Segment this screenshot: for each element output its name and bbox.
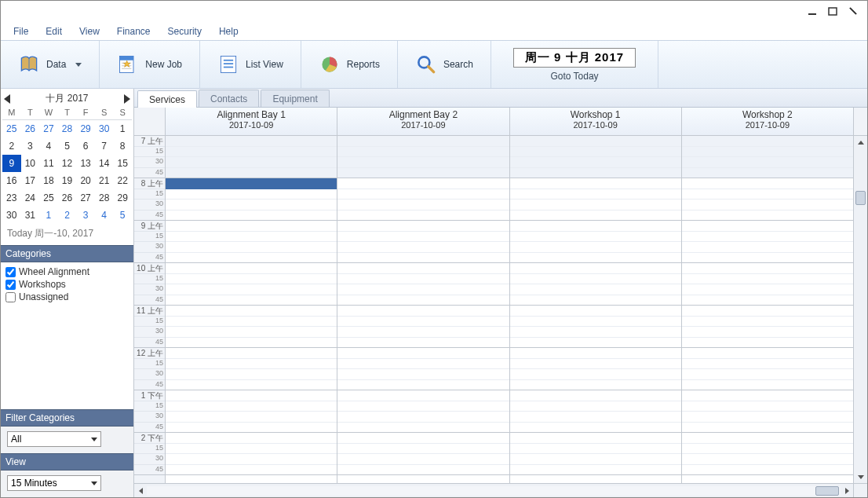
time-slot[interactable] [510, 348, 681, 359]
time-slot[interactable] [166, 157, 337, 168]
grid-column-header[interactable]: Alignment Bay 22017-10-09 [337, 108, 509, 135]
calendar-day-cell[interactable]: 29 [76, 120, 95, 137]
time-slot[interactable] [166, 444, 337, 455]
time-slot[interactable] [682, 348, 853, 359]
close-button[interactable] [844, 4, 863, 18]
data-button[interactable]: Data [1, 41, 100, 88]
time-slot[interactable] [166, 136, 337, 147]
time-slot[interactable] [510, 369, 681, 380]
time-slot[interactable] [682, 295, 853, 306]
time-slot[interactable] [682, 178, 853, 189]
time-slot[interactable] [682, 423, 853, 434]
time-slot[interactable] [682, 200, 853, 211]
time-slot[interactable] [166, 295, 337, 306]
time-slot[interactable] [682, 263, 853, 274]
time-slot[interactable] [510, 433, 681, 444]
time-slot[interactable] [166, 401, 337, 412]
menu-item-edit[interactable]: Edit [38, 24, 70, 38]
calendar-day-cell[interactable]: 3 [21, 137, 40, 155]
time-slot[interactable] [682, 390, 853, 401]
time-slot[interactable] [682, 147, 853, 158]
list-view-button[interactable]: List View [200, 41, 301, 88]
time-slot[interactable] [337, 263, 509, 274]
grid-column[interactable] [682, 136, 853, 483]
time-slot[interactable] [337, 306, 509, 317]
scroll-left-icon[interactable] [134, 488, 147, 494]
time-slot[interactable] [337, 380, 509, 391]
time-slot[interactable] [682, 211, 853, 222]
grid-column[interactable] [510, 136, 682, 483]
calendar-day-cell[interactable]: 4 [95, 207, 114, 224]
time-slot[interactable] [337, 454, 509, 465]
time-slot[interactable] [682, 274, 853, 285]
time-slot[interactable] [682, 380, 853, 391]
calendar-day-cell[interactable]: 6 [76, 137, 95, 155]
calendar-day-cell[interactable]: 24 [21, 189, 40, 207]
time-slot[interactable] [337, 178, 509, 189]
grid-columns[interactable] [166, 136, 853, 483]
calendar-day-cell[interactable]: 25 [2, 120, 21, 137]
time-slot[interactable] [510, 178, 681, 189]
time-slot[interactable] [337, 168, 509, 179]
time-slot[interactable] [166, 369, 337, 380]
time-slot[interactable] [510, 295, 681, 306]
time-slot[interactable] [510, 465, 681, 476]
time-slot[interactable] [510, 232, 681, 243]
calendar-day-cell[interactable]: 18 [39, 172, 58, 189]
time-slot[interactable] [682, 317, 853, 328]
menu-item-finance[interactable]: Finance [109, 24, 159, 38]
time-slot[interactable] [510, 317, 681, 328]
time-slot[interactable] [337, 136, 509, 147]
calendar-day-cell[interactable]: 26 [58, 189, 77, 207]
grid-column-header[interactable]: Workshop 12017-10-09 [510, 108, 682, 135]
time-slot[interactable] [166, 211, 337, 222]
time-slot[interactable] [166, 359, 337, 370]
time-slot[interactable] [166, 232, 337, 243]
calendar-day-cell[interactable]: 12 [58, 155, 77, 172]
time-slot[interactable] [337, 242, 509, 253]
time-slot[interactable] [510, 423, 681, 434]
grid-column[interactable] [337, 136, 509, 483]
time-slot[interactable] [166, 327, 337, 338]
time-slot[interactable] [510, 147, 681, 158]
time-slot[interactable] [337, 200, 509, 211]
time-slot[interactable] [166, 306, 337, 317]
time-slot[interactable] [682, 433, 853, 444]
new-job-button[interactable]: New Job [100, 41, 200, 88]
time-slot[interactable] [337, 317, 509, 328]
time-slot[interactable] [166, 147, 337, 158]
calendar-day-cell[interactable]: 28 [58, 120, 77, 137]
time-slot[interactable] [337, 211, 509, 222]
time-slot[interactable] [510, 327, 681, 338]
maximize-button[interactable] [823, 4, 842, 18]
tab-equipment[interactable]: Equipment [261, 90, 329, 107]
category-item[interactable]: Workshops [5, 278, 129, 291]
time-slot[interactable] [682, 454, 853, 465]
calendar-day-cell[interactable]: 30 [95, 120, 114, 137]
calendar-day-cell[interactable]: 30 [2, 207, 21, 224]
calendar-day-cell[interactable]: 8 [113, 137, 132, 155]
calendar-day-cell[interactable]: 2 [58, 207, 77, 224]
time-slot[interactable] [337, 390, 509, 401]
time-slot[interactable] [166, 390, 337, 401]
time-slot[interactable] [166, 317, 337, 328]
menu-item-view[interactable]: View [71, 24, 108, 38]
time-slot[interactable] [510, 136, 681, 147]
time-slot[interactable] [166, 168, 337, 179]
calendar-day-cell[interactable]: 31 [21, 207, 40, 224]
scroll-down-icon[interactable] [854, 471, 867, 483]
time-slot[interactable] [510, 253, 681, 264]
grid-column-header[interactable]: Workshop 22017-10-09 [682, 108, 853, 135]
time-slot[interactable] [166, 200, 337, 211]
search-button[interactable]: Search [398, 41, 491, 88]
time-slot[interactable] [337, 284, 509, 295]
time-slot[interactable] [510, 444, 681, 455]
time-slot[interactable] [166, 253, 337, 264]
time-slot[interactable] [682, 221, 853, 232]
time-slot[interactable] [166, 221, 337, 232]
time-slot[interactable] [337, 444, 509, 455]
time-slot[interactable] [510, 211, 681, 222]
time-slot[interactable] [166, 433, 337, 444]
time-slot[interactable] [510, 221, 681, 232]
view-resolution-combo[interactable]: 15 Minutes [7, 475, 101, 491]
